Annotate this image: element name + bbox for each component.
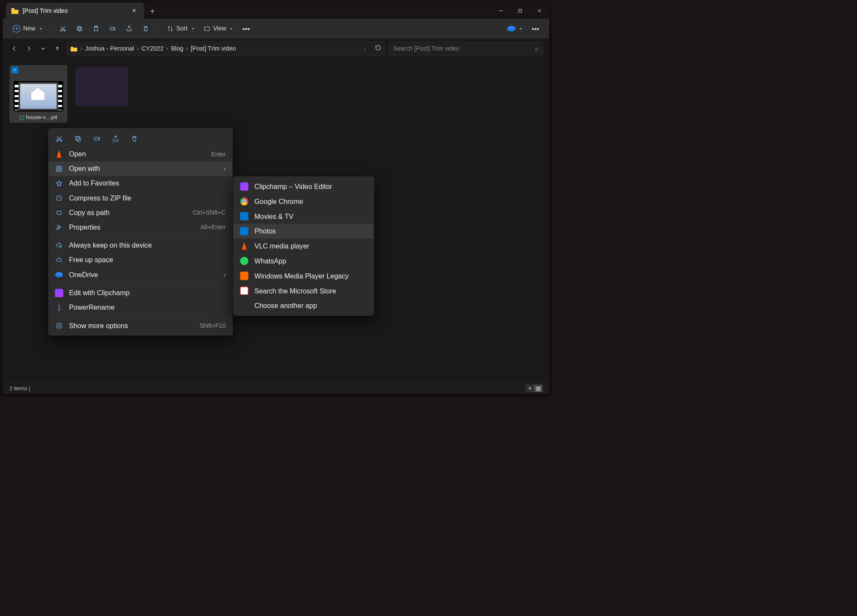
cloud-icon [507,26,515,32]
copy-button[interactable] [72,23,87,35]
svg-rect-8 [78,27,82,31]
vlc-icon [55,150,63,158]
onedrive-icon [55,271,63,278]
maximize-button[interactable] [510,3,530,18]
more-button[interactable]: ••• [239,22,254,36]
menu-item-add-to-favorites[interactable]: Add to Favorites [48,176,232,191]
zip-icon [55,194,63,202]
copy-button[interactable] [73,134,83,144]
app-icon [240,302,248,310]
sync-ok-icon: ✓ [19,115,24,120]
svg-rect-1 [519,9,521,12]
breadcrumb-item[interactable]: CY2022 [141,45,163,52]
icons-view-button[interactable]: ▦ [534,385,542,392]
menu-item-properties[interactable]: PropertiesAlt+Enter [48,220,232,234]
open-with-google-chrome[interactable]: Google Chrome [234,194,374,209]
share-icon [126,25,132,32]
tab-current[interactable]: [Post] Trim video ✕ [6,3,144,18]
open-with-photos[interactable]: Photos [234,224,374,239]
view-button[interactable]: View ▾ [200,22,236,35]
refresh-button[interactable] [375,45,381,52]
open-with-whatsapp[interactable]: WhatsApp [234,254,374,269]
minimize-button[interactable] [491,3,510,18]
cut-icon [60,25,66,32]
file-item-video[interactable]: ✓ ✓house-v…p4 [9,65,67,123]
star-icon [55,179,63,187]
paste-button[interactable] [89,23,103,35]
delete-button[interactable] [130,134,139,144]
window-controls [491,3,549,18]
breadcrumb[interactable]: › Joshua - Personal› CY2022› Blog› [Post… [66,42,385,56]
back-button[interactable] [9,43,20,54]
tab-title: [Post] Trim video [23,7,126,15]
svg-point-32 [59,245,61,248]
search-icon: ⌕ [535,45,538,52]
address-bar-row: › Joshua - Personal› CY2022› Blog› [Post… [3,39,549,58]
cut-button[interactable] [56,23,70,35]
chevron-right-icon: › [223,164,225,173]
delete-button[interactable] [138,23,153,35]
open-with-clipchamp-video-editor[interactable]: Clipchamp – Video Editor [234,179,374,194]
menu-item-open-with[interactable]: Open with› [48,161,232,176]
open-with-search-the-microsoft-store[interactable]: Search the Microsoft Store [234,283,374,298]
menu-item-show-more-options[interactable]: Show more optionsShift+F10 [48,318,232,333]
menu-item-onedrive[interactable]: OneDrive› [48,267,232,282]
search-placeholder: Search [Post] Trim video [393,45,459,52]
rename-icon [109,25,116,32]
app-icon [240,182,248,191]
menu-item-powerrename[interactable]: PowerRename [48,300,232,315]
cut-button[interactable] [55,134,64,144]
close-tab-button[interactable]: ✕ [129,6,139,15]
path-icon [55,209,63,216]
menu-item-copy-as-path[interactable]: Copy as pathCtrl+Shift+C [48,205,232,220]
open-with-choose-another-app[interactable]: Choose another app [234,298,374,313]
svg-rect-9 [77,27,81,30]
menu-item-open[interactable]: OpenEnter [48,147,232,161]
onedrive-status-button[interactable]: ▾ [503,23,525,34]
toolbar: + New ▾ Sort ▾ View ▾ ••• ▾ ••• [3,19,549,39]
breadcrumb-item[interactable]: Blog [171,45,183,52]
open-with-vlc-media-player[interactable]: VLC media player [234,239,374,254]
clipchamp-icon [55,289,63,297]
menu-item-compress-to-zip-file[interactable]: Compress to ZIP file [48,191,232,205]
chevron-right-icon: › [223,271,225,279]
checkbox-checked-icon[interactable]: ✓ [12,67,18,73]
app-icon [240,242,248,250]
menu-item-free-up-space[interactable]: Free up space [48,253,232,267]
close-window-button[interactable] [530,3,549,18]
overflow-button[interactable]: ••• [528,22,543,36]
breadcrumb-item[interactable]: Joshua - Personal [85,45,134,52]
recent-button[interactable] [38,43,49,54]
sort-button[interactable]: Sort ▾ [163,22,198,35]
chevron-down-icon: ▾ [192,27,194,31]
details-view-button[interactable]: ≡ [526,385,534,392]
menu-item-always-keep-on-this-device[interactable]: Always keep on this device [48,238,232,253]
svg-rect-12 [110,27,114,30]
new-tab-button[interactable]: ＋ [144,3,161,18]
up-button[interactable] [52,43,63,54]
search-input[interactable]: Search [Post] Trim video ⌕ [389,42,543,56]
file-name: ✓house-v…p4 [12,114,65,121]
svg-rect-25 [57,166,59,168]
powerrename-icon [55,304,63,311]
plus-circle-icon: + [13,25,21,33]
app-icon [240,257,248,265]
open-with-movies-tv[interactable]: Movies & TV [234,209,374,224]
file-item-image[interactable] [75,65,133,106]
rename-button[interactable] [92,134,102,144]
forward-button[interactable] [23,43,34,54]
share-button[interactable] [111,134,120,144]
folder-icon [11,7,19,14]
new-button[interactable]: + New ▾ [9,22,46,36]
share-button[interactable] [122,23,136,35]
chevron-down-icon[interactable]: ⌄ [363,46,367,51]
paste-icon [93,25,99,32]
delete-icon [142,25,149,32]
more-icon [55,322,63,329]
svg-rect-15 [204,27,210,30]
menu-item-edit-with-clipchamp[interactable]: Edit with Clipchamp [48,286,232,300]
open-with-windows-media-player-legacy[interactable]: Windows Media Player Legacy [234,269,374,284]
rename-button[interactable] [105,23,120,35]
svg-rect-28 [60,169,62,171]
breadcrumb-item[interactable]: [Post] Trim video [191,45,236,52]
